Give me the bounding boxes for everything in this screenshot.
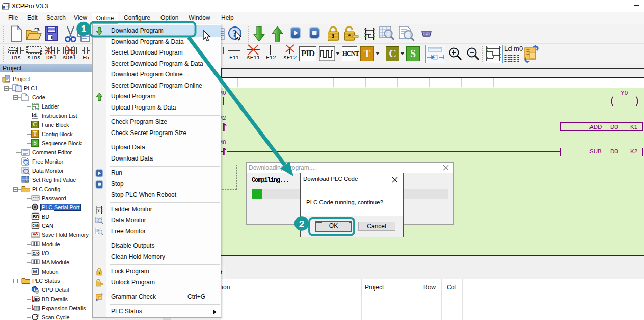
svg-text:CAN: CAN: [32, 224, 39, 227]
svg-text:M: M: [33, 269, 37, 274]
svg-text:I/O: I/O: [33, 252, 40, 256]
svg-text:Id: Id: [32, 112, 37, 118]
svg-text:BD: BD: [35, 298, 40, 301]
svg-text:***: ***: [33, 196, 39, 200]
svg-text:BD: BD: [33, 214, 39, 219]
